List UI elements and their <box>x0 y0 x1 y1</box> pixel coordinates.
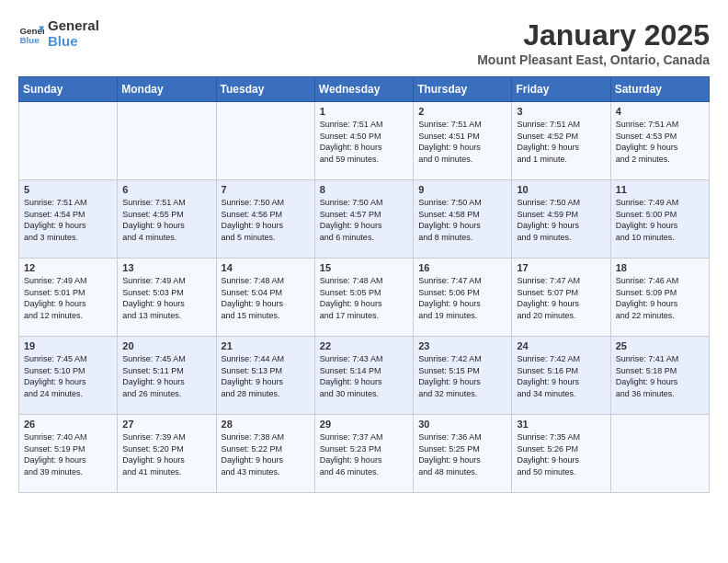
calendar-cell: 5Sunrise: 7:51 AM Sunset: 4:54 PM Daylig… <box>19 180 118 259</box>
day-number: 19 <box>24 340 112 351</box>
calendar-cell: 4Sunrise: 7:51 AM Sunset: 4:53 PM Daylig… <box>610 102 709 180</box>
day-number: 20 <box>122 340 210 351</box>
calendar-cell <box>118 102 216 180</box>
calendar-cell: 2Sunrise: 7:51 AM Sunset: 4:51 PM Daylig… <box>414 102 512 180</box>
calendar-cell: 7Sunrise: 7:50 AM Sunset: 4:56 PM Daylig… <box>216 180 314 259</box>
calendar-cell: 8Sunrise: 7:50 AM Sunset: 4:57 PM Daylig… <box>314 180 413 259</box>
day-number: 5 <box>24 184 112 195</box>
calendar-cell: 30Sunrise: 7:36 AM Sunset: 5:25 PM Dayli… <box>414 415 512 493</box>
day-number: 9 <box>418 184 506 195</box>
day-number: 15 <box>320 262 408 273</box>
day-number: 29 <box>320 419 408 430</box>
calendar-cell: 17Sunrise: 7:47 AM Sunset: 5:07 PM Dayli… <box>512 259 610 337</box>
calendar-week-row: 12Sunrise: 7:49 AM Sunset: 5:01 PM Dayli… <box>19 259 710 337</box>
day-number: 14 <box>222 262 310 273</box>
day-number: 26 <box>24 419 112 430</box>
header-thursday: Thursday <box>414 77 512 102</box>
day-number: 13 <box>122 262 210 273</box>
day-number: 11 <box>616 184 704 195</box>
day-number: 25 <box>616 340 704 351</box>
calendar-week-row: 1Sunrise: 7:51 AM Sunset: 4:50 PM Daylig… <box>19 102 710 180</box>
calendar-table: SundayMondayTuesdayWednesdayThursdayFrid… <box>18 76 710 493</box>
calendar-cell: 24Sunrise: 7:42 AM Sunset: 5:16 PM Dayli… <box>512 337 610 415</box>
day-info: Sunrise: 7:47 AM Sunset: 5:06 PM Dayligh… <box>418 275 506 321</box>
logo-line1: General <box>48 18 99 34</box>
day-info: Sunrise: 7:51 AM Sunset: 4:50 PM Dayligh… <box>320 119 408 165</box>
header-monday: Monday <box>118 77 216 102</box>
day-info: Sunrise: 7:39 AM Sunset: 5:20 PM Dayligh… <box>122 431 210 477</box>
day-info: Sunrise: 7:51 AM Sunset: 4:52 PM Dayligh… <box>517 119 605 165</box>
title-block: January 2025 Mount Pleasant East, Ontari… <box>477 18 710 67</box>
day-info: Sunrise: 7:45 AM Sunset: 5:11 PM Dayligh… <box>122 353 210 399</box>
calendar-cell: 19Sunrise: 7:45 AM Sunset: 5:10 PM Dayli… <box>19 337 118 415</box>
calendar-cell: 18Sunrise: 7:46 AM Sunset: 5:09 PM Dayli… <box>610 259 709 337</box>
location-subtitle: Mount Pleasant East, Ontario, Canada <box>477 52 710 67</box>
day-number: 18 <box>616 262 704 273</box>
calendar-cell: 14Sunrise: 7:48 AM Sunset: 5:04 PM Dayli… <box>216 259 314 337</box>
calendar-cell: 16Sunrise: 7:47 AM Sunset: 5:06 PM Dayli… <box>414 259 512 337</box>
calendar-cell: 25Sunrise: 7:41 AM Sunset: 5:18 PM Dayli… <box>610 337 709 415</box>
calendar-cell <box>19 102 118 180</box>
day-number: 24 <box>517 340 605 351</box>
calendar-cell: 6Sunrise: 7:51 AM Sunset: 4:55 PM Daylig… <box>118 180 216 259</box>
calendar-cell: 1Sunrise: 7:51 AM Sunset: 4:50 PM Daylig… <box>314 102 413 180</box>
calendar-week-row: 19Sunrise: 7:45 AM Sunset: 5:10 PM Dayli… <box>19 337 710 415</box>
calendar-header-row: SundayMondayTuesdayWednesdayThursdayFrid… <box>19 77 710 102</box>
day-info: Sunrise: 7:40 AM Sunset: 5:19 PM Dayligh… <box>24 431 112 477</box>
day-number: 28 <box>222 419 310 430</box>
day-number: 31 <box>517 419 605 430</box>
day-info: Sunrise: 7:51 AM Sunset: 4:51 PM Dayligh… <box>418 119 506 165</box>
day-info: Sunrise: 7:46 AM Sunset: 5:09 PM Dayligh… <box>616 275 704 321</box>
day-number: 21 <box>222 340 310 351</box>
calendar-cell: 13Sunrise: 7:49 AM Sunset: 5:03 PM Dayli… <box>118 259 216 337</box>
calendar-week-row: 26Sunrise: 7:40 AM Sunset: 5:19 PM Dayli… <box>19 415 710 493</box>
day-number: 4 <box>616 106 704 117</box>
day-number: 8 <box>320 184 408 195</box>
logo: General Blue General Blue <box>18 18 99 49</box>
calendar-cell: 23Sunrise: 7:42 AM Sunset: 5:15 PM Dayli… <box>414 337 512 415</box>
calendar-cell <box>610 415 709 493</box>
day-info: Sunrise: 7:51 AM Sunset: 4:54 PM Dayligh… <box>24 197 112 243</box>
day-info: Sunrise: 7:50 AM Sunset: 4:57 PM Dayligh… <box>320 197 408 243</box>
day-number: 22 <box>320 340 408 351</box>
header-tuesday: Tuesday <box>216 77 314 102</box>
day-number: 23 <box>418 340 506 351</box>
day-info: Sunrise: 7:48 AM Sunset: 5:04 PM Dayligh… <box>222 275 310 321</box>
calendar-cell: 20Sunrise: 7:45 AM Sunset: 5:11 PM Dayli… <box>118 337 216 415</box>
day-number: 1 <box>320 106 408 117</box>
calendar-cell: 15Sunrise: 7:48 AM Sunset: 5:05 PM Dayli… <box>314 259 413 337</box>
calendar-cell: 27Sunrise: 7:39 AM Sunset: 5:20 PM Dayli… <box>118 415 216 493</box>
calendar-cell: 9Sunrise: 7:50 AM Sunset: 4:58 PM Daylig… <box>414 180 512 259</box>
day-info: Sunrise: 7:38 AM Sunset: 5:22 PM Dayligh… <box>222 431 310 477</box>
day-number: 17 <box>517 262 605 273</box>
month-title: January 2025 <box>477 18 710 52</box>
page-header: General Blue General Blue January 2025 M… <box>18 18 710 67</box>
header-wednesday: Wednesday <box>314 77 413 102</box>
calendar-cell: 29Sunrise: 7:37 AM Sunset: 5:23 PM Dayli… <box>314 415 413 493</box>
day-info: Sunrise: 7:45 AM Sunset: 5:10 PM Dayligh… <box>24 353 112 399</box>
calendar-cell: 31Sunrise: 7:35 AM Sunset: 5:26 PM Dayli… <box>512 415 610 493</box>
day-number: 27 <box>122 419 210 430</box>
day-number: 6 <box>122 184 210 195</box>
day-info: Sunrise: 7:50 AM Sunset: 4:58 PM Dayligh… <box>418 197 506 243</box>
day-number: 2 <box>418 106 506 117</box>
calendar-cell: 28Sunrise: 7:38 AM Sunset: 5:22 PM Dayli… <box>216 415 314 493</box>
day-info: Sunrise: 7:49 AM Sunset: 5:00 PM Dayligh… <box>616 197 704 243</box>
logo-icon: General Blue <box>18 21 44 47</box>
day-info: Sunrise: 7:35 AM Sunset: 5:26 PM Dayligh… <box>517 431 605 477</box>
calendar-cell: 10Sunrise: 7:50 AM Sunset: 4:59 PM Dayli… <box>512 180 610 259</box>
header-friday: Friday <box>512 77 610 102</box>
day-info: Sunrise: 7:41 AM Sunset: 5:18 PM Dayligh… <box>616 353 704 399</box>
calendar-cell <box>216 102 314 180</box>
day-info: Sunrise: 7:51 AM Sunset: 4:53 PM Dayligh… <box>616 119 704 165</box>
day-info: Sunrise: 7:36 AM Sunset: 5:25 PM Dayligh… <box>418 431 506 477</box>
calendar-week-row: 5Sunrise: 7:51 AM Sunset: 4:54 PM Daylig… <box>19 180 710 259</box>
day-info: Sunrise: 7:50 AM Sunset: 4:56 PM Dayligh… <box>222 197 310 243</box>
day-info: Sunrise: 7:44 AM Sunset: 5:13 PM Dayligh… <box>222 353 310 399</box>
logo-line2: Blue <box>48 34 99 50</box>
day-number: 12 <box>24 262 112 273</box>
calendar-cell: 21Sunrise: 7:44 AM Sunset: 5:13 PM Dayli… <box>216 337 314 415</box>
day-info: Sunrise: 7:48 AM Sunset: 5:05 PM Dayligh… <box>320 275 408 321</box>
day-number: 30 <box>418 419 506 430</box>
day-number: 7 <box>222 184 310 195</box>
